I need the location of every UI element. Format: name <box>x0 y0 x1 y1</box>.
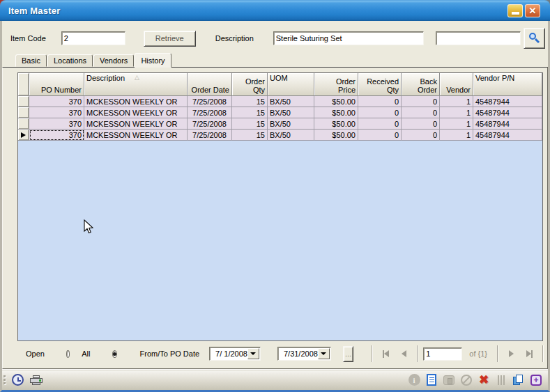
item-master-window: Item Master ✕ Item Code Retrieve Descrip… <box>0 0 550 392</box>
tab-vendors[interactable]: Vendors <box>93 54 134 67</box>
cell-po-number-focused[interactable]: 370 <box>29 130 84 141</box>
cell-back-order[interactable]: 0 <box>402 118 440 130</box>
tab-history[interactable]: History <box>135 53 171 68</box>
grid-header-selector <box>18 73 29 96</box>
first-page-button[interactable] <box>376 346 395 361</box>
sort-ascending-icon: △ <box>135 74 139 81</box>
cell-order-price[interactable]: $50.00 <box>314 130 358 141</box>
cell-vendor[interactable]: 1 <box>440 96 473 107</box>
item-code-input[interactable] <box>61 31 125 45</box>
cell-vendor[interactable]: 1 <box>440 130 473 141</box>
cell-order-date[interactable]: 7/25/2008 <box>188 96 232 107</box>
cell-uom[interactable]: BX/50 <box>268 107 314 118</box>
cell-back-order[interactable]: 0 <box>402 130 440 141</box>
grid-header-row: PO Number Description △ Order Date Order… <box>18 73 542 96</box>
row-selector-current[interactable] <box>18 130 29 141</box>
grid-header-received-qty[interactable]: Received Qty <box>358 73 402 96</box>
cell-order-qty[interactable]: 15 <box>232 107 268 118</box>
table-row[interactable]: 370 MCKESSON WEEKLY OR 7/25/2008 15 BX/5… <box>18 96 542 107</box>
table-row-selected[interactable]: 370 MCKESSON WEEKLY OR 7/25/2008 15 BX/5… <box>18 130 542 141</box>
page-number-input[interactable] <box>423 347 462 361</box>
cell-uom[interactable]: BX/50 <box>268 118 314 130</box>
cell-received-qty[interactable]: 0 <box>358 107 402 118</box>
next-page-button[interactable] <box>502 346 520 361</box>
cell-po-number[interactable]: 370 <box>29 96 84 107</box>
cell-back-order[interactable]: 0 <box>402 107 440 118</box>
header-form: Item Code Retrieve Description <box>2 21 548 52</box>
all-radio[interactable] <box>112 350 117 358</box>
previous-page-button[interactable] <box>395 346 413 361</box>
grid-header-order-qty[interactable]: Order Qty <box>232 73 268 96</box>
cell-received-qty[interactable]: 0 <box>358 96 402 107</box>
open-radio[interactable] <box>66 350 70 358</box>
cell-vendor[interactable]: 1 <box>440 107 473 118</box>
cell-order-date[interactable]: 7/25/2008 <box>188 118 232 130</box>
cell-order-price[interactable]: $50.00 <box>314 118 358 130</box>
delete-x-icon[interactable]: ✖ <box>479 374 489 386</box>
cell-description[interactable]: MCKESSON WEEKLY OR <box>84 118 188 130</box>
table-row[interactable]: 370 MCKESSON WEEKLY OR 7/25/2008 15 BX/5… <box>18 118 542 130</box>
cell-order-qty[interactable]: 15 <box>232 96 268 107</box>
cell-order-qty[interactable]: 15 <box>232 130 268 141</box>
cell-vendor[interactable]: 1 <box>440 118 473 130</box>
grid-header-order-date[interactable]: Order Date <box>188 73 232 96</box>
grid-header-description[interactable]: Description △ <box>84 73 188 96</box>
cell-po-number[interactable]: 370 <box>29 107 84 118</box>
add-circle-icon[interactable]: + <box>530 375 542 386</box>
description-input[interactable] <box>273 31 424 45</box>
page-count-label: of {1} <box>464 350 493 358</box>
grid-header-vendor-pn[interactable]: Vendor P/N <box>473 73 542 96</box>
cell-back-order[interactable]: 0 <box>402 96 440 107</box>
statusbar-grip <box>3 375 6 384</box>
grid-header-order-price[interactable]: Order Price <box>314 73 358 96</box>
chevron-down-icon[interactable] <box>318 348 330 359</box>
row-selector[interactable] <box>18 118 29 130</box>
ellipsis-button[interactable]: ... <box>343 346 353 362</box>
cell-uom[interactable]: BX/50 <box>268 96 314 107</box>
cell-uom[interactable]: BX/50 <box>268 130 314 141</box>
cell-received-qty[interactable]: 0 <box>358 118 402 130</box>
table-row[interactable]: 370 MCKESSON WEEKLY OR 7/25/2008 15 BX/5… <box>18 107 542 118</box>
cell-description[interactable]: MCKESSON WEEKLY OR <box>84 130 188 141</box>
tab-locations[interactable]: Locations <box>47 54 93 67</box>
cell-description[interactable]: MCKESSON WEEKLY OR <box>84 107 188 118</box>
printer-icon[interactable] <box>30 375 43 385</box>
last-page-button[interactable] <box>520 346 538 361</box>
lookup-input[interactable] <box>436 31 521 45</box>
cell-vendor-pn[interactable]: 45487944 <box>473 118 542 130</box>
retrieve-button[interactable]: Retrieve <box>144 31 196 47</box>
grid-empty-area <box>18 141 542 340</box>
minimize-icon <box>512 12 519 15</box>
cell-order-qty[interactable]: 15 <box>232 118 268 130</box>
info-icon[interactable]: i <box>408 374 420 386</box>
cell-description[interactable]: MCKESSON WEEKLY OR <box>84 96 188 107</box>
titlebar[interactable]: Item Master ✕ <box>0 0 550 21</box>
to-date-dropdown[interactable]: 7/31/2008 <box>277 347 331 361</box>
cell-order-price[interactable]: $50.00 <box>314 96 358 107</box>
grid-header-uom[interactable]: UOM <box>268 73 314 96</box>
grid-header-back-order[interactable]: Back Order <box>402 73 440 96</box>
row-selector[interactable] <box>18 107 29 118</box>
cell-received-qty[interactable]: 0 <box>358 130 402 141</box>
close-button[interactable]: ✕ <box>525 4 540 17</box>
grid-header-po-number[interactable]: PO Number <box>29 73 84 96</box>
clock-icon[interactable] <box>12 374 24 386</box>
tab-basic[interactable]: Basic <box>15 54 47 67</box>
copy-pages-icon[interactable] <box>513 375 524 386</box>
cell-po-number[interactable]: 370 <box>29 118 84 130</box>
row-selector[interactable] <box>18 96 29 107</box>
chevron-down-icon[interactable] <box>247 348 259 359</box>
status-bar: i ✖ + <box>2 369 548 390</box>
cell-vendor-pn[interactable]: 45487944 <box>473 96 542 107</box>
document-icon[interactable] <box>427 374 436 386</box>
cell-vendor-pn[interactable]: 45487944 <box>473 130 542 141</box>
search-button[interactable] <box>524 28 545 49</box>
cell-vendor-pn[interactable]: 45487944 <box>473 107 542 118</box>
record-pager: of {1} <box>367 345 547 363</box>
grid-header-vendor[interactable]: Vendor <box>440 73 473 96</box>
from-date-dropdown[interactable]: 7/ 1/2008 <box>209 347 261 361</box>
cell-order-date[interactable]: 7/25/2008 <box>188 107 232 118</box>
cell-order-price[interactable]: $50.00 <box>314 107 358 118</box>
minimize-button[interactable] <box>507 4 523 17</box>
cell-order-date[interactable]: 7/25/2008 <box>188 130 232 141</box>
